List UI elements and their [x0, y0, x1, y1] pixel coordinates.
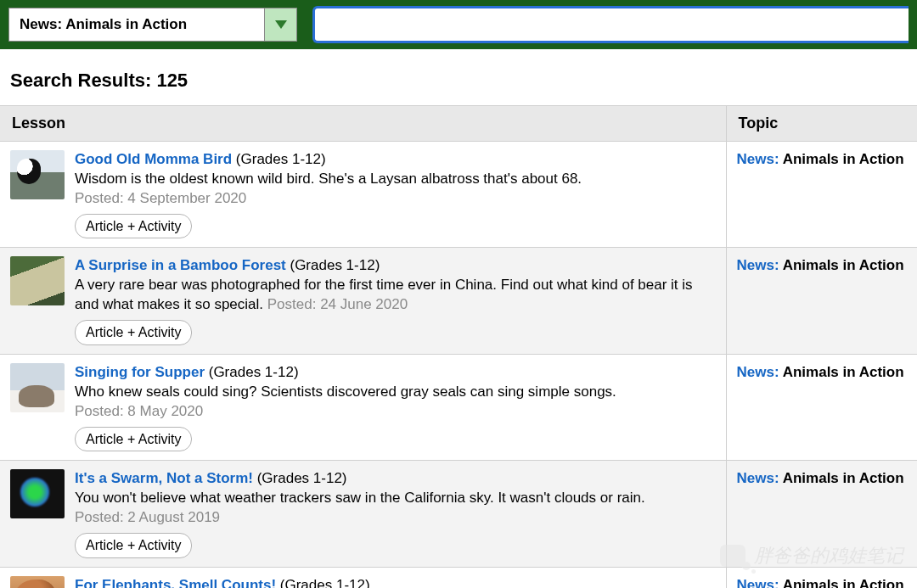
table-row: Singing for Supper (Grades 1-12)Who knew…	[0, 354, 917, 460]
topic-prefix: News:	[737, 470, 783, 486]
topic-prefix: News:	[737, 257, 783, 273]
lesson-description: You won't believe what weather trackers …	[75, 489, 716, 508]
lesson-cell: For Elephants, Smell Counts! (Grades 1-1…	[0, 568, 726, 588]
lesson-posted-date: Posted: 2 August 2019	[75, 508, 716, 528]
table-row: It's a Swarm, Not a Storm! (Grades 1-12)…	[0, 461, 917, 567]
lesson-grades: (Grades 1-12)	[286, 257, 380, 273]
lesson-description: Who knew seals could sing? Scientists di…	[75, 383, 716, 402]
topic-suffix: Animals in Action	[783, 470, 904, 486]
chevron-down-icon[interactable]	[264, 8, 296, 41]
lesson-thumbnail[interactable]	[10, 469, 65, 518]
lesson-tag-button[interactable]: Article + Activity	[75, 320, 192, 345]
lesson-body: For Elephants, Smell Counts! (Grades 1-1…	[75, 576, 716, 588]
table-row: A Surprise in a Bamboo Forest (Grades 1-…	[0, 248, 917, 354]
category-dropdown-label: News: Animals in Action	[20, 16, 187, 33]
lesson-title-link[interactable]: For Elephants, Smell Counts!	[75, 577, 276, 588]
lesson-title-link[interactable]: A Surprise in a Bamboo Forest	[75, 257, 286, 273]
topic-link[interactable]: News: Animals in Action	[737, 151, 904, 167]
column-header-topic: Topic	[726, 106, 917, 142]
search-box[interactable]	[312, 6, 909, 43]
lesson-grades: (Grades 1-12)	[232, 151, 326, 167]
lesson-cell: A Surprise in a Bamboo Forest (Grades 1-…	[0, 248, 726, 353]
search-input[interactable]	[315, 8, 909, 41]
lesson-posted-date: Posted: 4 September 2020	[75, 189, 716, 209]
topic-cell: News: Animals in Action	[726, 142, 917, 248]
lesson-tag-button[interactable]: Article + Activity	[75, 214, 192, 239]
lesson-tag-button[interactable]: Article + Activity	[75, 427, 192, 452]
lesson-title-link[interactable]: Good Old Momma Bird	[75, 151, 232, 167]
results-table: Lesson Topic Good Old Momma Bird (Grades…	[0, 105, 917, 588]
topic-suffix: Animals in Action	[783, 151, 904, 167]
lesson-body: Good Old Momma Bird (Grades 1-12)Wisdom …	[75, 150, 716, 238]
lesson-grades: (Grades 1-12)	[205, 364, 299, 380]
topic-cell: News: Animals in Action	[726, 461, 917, 567]
topic-cell: News: Animals in Action	[726, 248, 917, 354]
lesson-title-link[interactable]: It's a Swarm, Not a Storm!	[75, 470, 253, 486]
results-count: Search Results: 125	[0, 49, 917, 105]
topic-prefix: News:	[737, 151, 783, 167]
lesson-description: Wisdom is the oldest known wild bird. Sh…	[75, 170, 716, 189]
topic-link[interactable]: News: Animals in Action	[737, 364, 904, 380]
topic-suffix: Animals in Action	[783, 577, 904, 588]
topic-suffix: Animals in Action	[783, 364, 904, 380]
topic-suffix: Animals in Action	[783, 257, 904, 273]
topic-cell: News: Animals in Action	[726, 567, 917, 588]
svg-marker-0	[275, 20, 287, 29]
lesson-cell: It's a Swarm, Not a Storm! (Grades 1-12)…	[0, 461, 726, 566]
lesson-cell: Singing for Supper (Grades 1-12)Who knew…	[0, 355, 726, 460]
lesson-posted-date: Posted: 24 June 2020	[267, 296, 408, 312]
lesson-thumbnail[interactable]	[10, 256, 65, 305]
lesson-thumbnail[interactable]	[10, 150, 65, 199]
lesson-body: A Surprise in a Bamboo Forest (Grades 1-…	[75, 256, 716, 344]
lesson-thumbnail[interactable]	[10, 363, 65, 412]
lesson-thumbnail[interactable]	[10, 576, 65, 588]
lesson-title-link[interactable]: Singing for Supper	[75, 364, 205, 380]
lesson-cell: Good Old Momma Bird (Grades 1-12)Wisdom …	[0, 142, 726, 247]
topic-prefix: News:	[737, 364, 783, 380]
column-header-lesson: Lesson	[0, 106, 726, 142]
lesson-body: Singing for Supper (Grades 1-12)Who knew…	[75, 363, 716, 451]
table-row: Good Old Momma Bird (Grades 1-12)Wisdom …	[0, 142, 917, 248]
lesson-body: It's a Swarm, Not a Storm! (Grades 1-12)…	[75, 469, 716, 557]
lesson-posted-date: Posted: 8 May 2020	[75, 402, 716, 422]
topic-cell: News: Animals in Action	[726, 354, 917, 460]
topic-link[interactable]: News: Animals in Action	[737, 257, 904, 273]
lesson-grades: (Grades 1-12)	[276, 577, 370, 588]
lesson-grades: (Grades 1-12)	[253, 470, 347, 486]
table-row: For Elephants, Smell Counts! (Grades 1-1…	[0, 567, 917, 588]
topic-link[interactable]: News: Animals in Action	[737, 470, 904, 486]
topic-link[interactable]: News: Animals in Action	[737, 577, 904, 588]
category-dropdown[interactable]: News: Animals in Action	[8, 8, 297, 42]
lesson-description: A very rare bear was photographed for th…	[75, 276, 716, 315]
lesson-tag-button[interactable]: Article + Activity	[75, 533, 192, 558]
top-bar: News: Animals in Action	[0, 0, 917, 49]
topic-prefix: News:	[737, 577, 783, 588]
